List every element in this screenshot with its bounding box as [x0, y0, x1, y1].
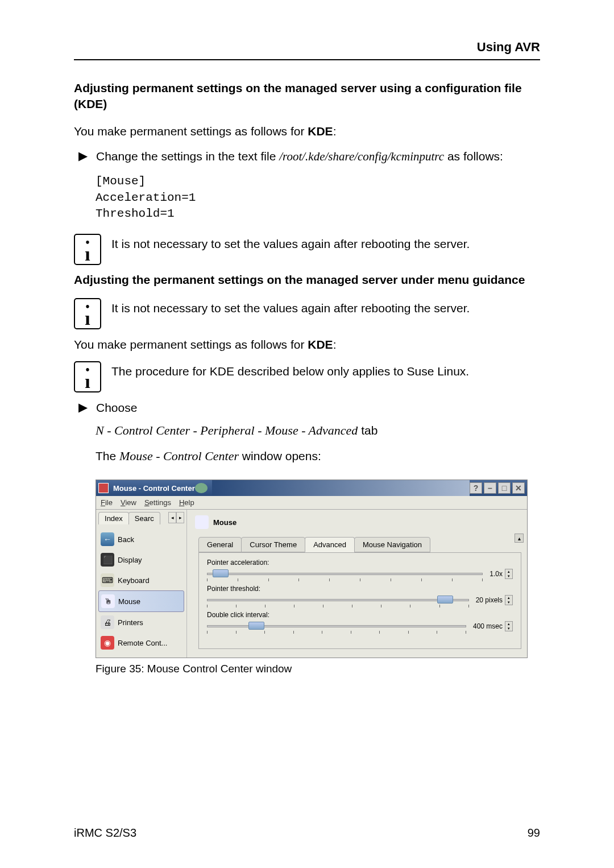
info-text: It is not necessary to set the values ag… [111, 298, 470, 316]
wo-2: window opens: [239, 449, 321, 462]
header-rule [74, 59, 540, 60]
choose-text: Choose [96, 399, 137, 416]
footer: iRMC S2/S3 99 [74, 826, 540, 840]
dclick-slider[interactable] [207, 621, 466, 631]
control-center-screenshot: Mouse - Control Center ? – □ ✕ File View… [96, 480, 528, 658]
info-icon [74, 298, 101, 329]
arrow-icon: ▶ [78, 400, 88, 414]
bullet-text-1: Change the settings in the text file [96, 150, 279, 163]
keyboard-icon: ⌨ [101, 573, 114, 587]
main-heading: Mouse [213, 518, 237, 527]
code-line: [Mouse] [96, 173, 540, 189]
titlebar-spacer [212, 480, 470, 496]
sidebar-item-remote[interactable]: ◉ Remote Cont... [98, 633, 184, 653]
menu-help[interactable]: Help [179, 498, 194, 507]
sidebar-item-back[interactable]: ← Back [98, 529, 184, 549]
accel-spinner[interactable]: ▴▾ [505, 569, 513, 579]
scroll-up-arrow[interactable]: ▴ [515, 534, 524, 543]
page-header: Using AVR [74, 40, 540, 55]
remote-label: Remote Cont... [118, 639, 167, 647]
kde-bold: KDE [308, 125, 333, 138]
window-opens: The Mouse - Control Center window opens: [96, 448, 540, 465]
intro-colon: : [333, 125, 337, 138]
accel-slider[interactable] [207, 569, 483, 579]
dclick-label: Double click interval: [207, 611, 513, 619]
printers-label: Printers [118, 618, 143, 627]
threshold-value: 20 pixels [476, 596, 503, 604]
sidebar-item-display[interactable]: ⬛ Display [98, 549, 184, 570]
tab-general[interactable]: General [198, 537, 242, 552]
figure-caption: Figure 35: Mouse Control Center window [96, 663, 540, 675]
threshold-spinner[interactable]: ▴▾ [505, 595, 513, 605]
tab-mouse-navigation[interactable]: Mouse Navigation [354, 537, 430, 552]
keyboard-label: Keyboard [118, 576, 150, 585]
dclick-spinner[interactable]: ▴▾ [505, 621, 513, 631]
bullet-text-2: as follows: [444, 150, 503, 163]
menu-view[interactable]: View [121, 498, 136, 507]
display-icon: ⬛ [101, 553, 114, 567]
wo-italic: Mouse - Control Center [119, 449, 239, 463]
slider-threshold: Pointer threshold: 20 pixels ▴▾ [207, 585, 513, 605]
arrow-icon: ▶ [78, 149, 88, 163]
info-text: The procedure for KDE described below on… [111, 361, 469, 379]
page-number: 99 [528, 826, 540, 840]
help-button[interactable]: ? [470, 482, 482, 494]
info-icon [74, 234, 101, 265]
menu-settings[interactable]: Settings [144, 498, 171, 507]
display-label: Display [118, 556, 142, 564]
dclick-value: 400 msec [473, 622, 503, 630]
accel-label: Pointer acceleration: [207, 559, 513, 567]
wo-1: The [96, 449, 119, 462]
config-path: /root/.kde/share/config/kcminputrc [279, 150, 444, 163]
kde-bold: KDE [308, 338, 333, 351]
bullet-change-settings: ▶ Change the settings in the text file /… [78, 148, 540, 165]
mouse-label: Mouse [118, 597, 140, 606]
info-box-3: The procedure for KDE described below on… [74, 361, 540, 392]
window-title: Mouse - Control Center [113, 484, 195, 493]
intro-colon: : [333, 338, 337, 351]
back-icon: ← [101, 532, 114, 546]
code-block: [Mouse] Acceleration=1 Threshold=1 [96, 173, 540, 222]
tab-advanced[interactable]: Advanced [305, 537, 355, 552]
info-box-2: It is not necessary to set the values ag… [74, 298, 540, 329]
slider-accel: Pointer acceleration: 1.0x ▴▾ [207, 559, 513, 579]
sidebar-item-keyboard[interactable]: ⌨ Keyboard [98, 570, 184, 590]
window-app-icon [98, 483, 109, 493]
threshold-label: Pointer threshold: [207, 585, 513, 593]
sidebar-tab-index[interactable]: Index [98, 512, 129, 524]
section2-heading: Adjusting the permanent settings on the … [74, 272, 540, 288]
maximize-button[interactable]: □ [498, 482, 511, 494]
main-panel: Mouse ▴ General Cursor Theme Advanced Mo… [187, 510, 527, 658]
close-button[interactable]: ✕ [512, 482, 525, 494]
back-label: Back [118, 535, 134, 544]
intro-text: You make permanent settings as follows f… [74, 338, 308, 351]
info-text: It is not necessary to set the values ag… [111, 234, 470, 252]
tab-right-arrow[interactable]: ▸ [176, 512, 184, 523]
sidebar: Index Searc ◂ ▸ ← Back ⬛ Display [96, 510, 187, 658]
menubar: File View Settings Help [96, 496, 527, 510]
minimize-button[interactable]: – [484, 482, 496, 494]
footer-left: iRMC S2/S3 [74, 826, 136, 840]
tab-left-arrow[interactable]: ◂ [168, 512, 176, 523]
suse-icon [195, 483, 208, 493]
intro-text: You make permanent settings as follows f… [74, 125, 308, 138]
nav-path: N - Control Center - Peripheral - Mouse … [96, 423, 358, 437]
info-icon [74, 361, 101, 392]
threshold-slider[interactable] [207, 595, 469, 605]
sidebar-item-mouse[interactable]: 🖱 Mouse [98, 590, 184, 612]
sidebar-tab-search[interactable]: Searc [128, 512, 160, 524]
section1-intro: You make permanent settings as follows f… [74, 123, 540, 139]
nav-suffix: tab [358, 424, 377, 437]
tab-cursor-theme[interactable]: Cursor Theme [241, 537, 305, 552]
section2-intro: You make permanent settings as follows f… [74, 336, 540, 353]
printers-icon: 🖨 [101, 615, 114, 629]
titlebar: Mouse - Control Center ? – □ ✕ [96, 480, 527, 496]
accel-value: 1.0x [489, 570, 503, 578]
bullet-choose: ▶ Choose [78, 399, 540, 416]
info-box-1: It is not necessary to set the values ag… [74, 234, 540, 265]
sidebar-item-printers[interactable]: 🖨 Printers [98, 612, 184, 633]
code-line: Threshold=1 [96, 206, 540, 222]
mouse-header-icon [195, 515, 209, 529]
slider-dclick: Double click interval: 400 msec ▴▾ [207, 611, 513, 631]
menu-file[interactable]: File [101, 498, 113, 507]
